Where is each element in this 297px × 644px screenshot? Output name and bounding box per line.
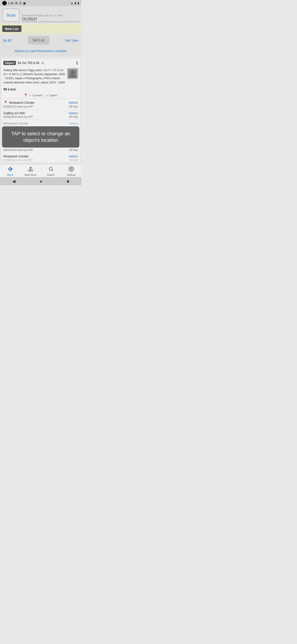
loc-item-row2: 04/09/2024 done by APP Off-Site [3, 105, 78, 108]
action-row: By BT Set Loc Set Type [0, 34, 81, 47]
object-header-left: Object 84.XA.765.8.94 ⊗ [3, 61, 44, 65]
svg-point-9 [49, 167, 52, 170]
select-link[interactable]: Select [69, 100, 78, 104]
loc-date: 04/09/2024 done by APP [3, 116, 33, 118]
settings-icon [69, 166, 74, 173]
loc-site: Off-Site [69, 148, 78, 152]
new-loc-bar: New Loc [0, 24, 81, 34]
status-time: 1:34 [8, 2, 14, 5]
location-name: Research Center [9, 100, 34, 104]
bottom-nav: Move Multi Move Search [0, 164, 81, 177]
object-description: Selling Silk-worms' Egg-cards | 12.7 × 1… [3, 68, 65, 84]
info-icon[interactable]: ℹ [76, 60, 78, 66]
google-status-icon: G [19, 1, 22, 5]
nav-item-multi-move[interactable]: Multi Move [20, 164, 41, 177]
svg-line-10 [52, 170, 53, 171]
loc-item-row1: 📍 Research Center Select [3, 100, 78, 105]
loc-name-wrap: Research Center [3, 122, 29, 125]
return-link-wrap: Return to Last Permanent Location [0, 47, 81, 57]
location-list: 📍 Research Center Select 04/09/2024 done… [1, 98, 80, 163]
tooltip-overlay: TAP to select or change an object's loca… [2, 126, 79, 148]
list-item: 📍 Research Center Select 04/09/2024 done… [1, 98, 80, 109]
set-loc-button[interactable]: Set Loc [28, 36, 50, 44]
list-item: Research Center Select 04/09/2024 done b… [1, 152, 80, 163]
svg-point-11 [71, 168, 72, 170]
scan-input-wrap: barcode/id of object, box, loc, or staff [22, 14, 79, 22]
battery-icon: ▮ [77, 2, 79, 5]
current-pin-icon: 📍 [3, 100, 8, 105]
signal-icon: ▮ [75, 2, 76, 5]
loc-name-wrap: Research Center [3, 154, 29, 158]
loc-date: 04/09/2024 done by APP [3, 148, 33, 152]
tooltip-text: TAP to select or change an object's loca… [11, 131, 70, 143]
pin-icon: 📍 [23, 93, 28, 98]
object-header: Object 84.XA.765.8.94 ⊗ ℹ [1, 58, 80, 67]
system-nav: ◀ ● ■ [0, 177, 81, 185]
loc-item-row1: Research Center Select [3, 122, 78, 125]
loc-item-row2: 04/09/2024 done by APP Off-Site [3, 116, 78, 118]
legend-row: 📍 = "current", ↓ = "perm" [1, 92, 80, 98]
nav-label-search: Search [47, 174, 55, 176]
back-button[interactable]: ◀ [12, 179, 15, 184]
set-type-link[interactable]: Set Type [65, 38, 78, 42]
legend-text: = "current", ↓ = "perm" [29, 94, 58, 97]
object-desc-row: Selling Silk-worms' Egg-cards | 12.7 × 1… [1, 67, 80, 86]
nav-item-settings[interactable]: Settings [61, 164, 81, 177]
loc-item-row1: Research Center Select [3, 154, 78, 158]
settings-status-icon: ⚙ [15, 1, 18, 5]
nav-item-search[interactable]: Search [41, 164, 61, 177]
scan-button[interactable]: Scan [2, 8, 20, 22]
move-icon [7, 166, 13, 173]
loc-name-wrap: 📍 Research Center [3, 100, 34, 105]
new-loc-button[interactable]: New Loc [2, 26, 21, 32]
wifi-icon: ▲ [71, 2, 73, 5]
list-item-partial: 04/09/2024 done by APP Off-Site [1, 148, 80, 152]
nav-label-multi-move: Multi Move [24, 174, 36, 176]
loc-date: 04/09/2024 done by APP [3, 158, 33, 162]
location-name: Gallery.15.NW [3, 111, 25, 115]
loc-date: 04/09/2024 done by APP [3, 105, 33, 108]
select-link[interactable]: Select [69, 111, 78, 115]
select-link[interactable]: Select [69, 154, 78, 158]
object-card: Object 84.XA.765.8.94 ⊗ ℹ Selling Silk-w… [1, 58, 80, 163]
tooltip-box: TAP to select or change an object's loca… [2, 126, 79, 148]
multi-move-icon [28, 166, 33, 173]
notification-icon: ▣ [23, 1, 26, 5]
scan-input[interactable] [22, 17, 79, 22]
close-icon[interactable]: ⊗ [41, 61, 44, 65]
object-badge: Object [3, 61, 16, 65]
object-thumbnail [67, 68, 78, 79]
select-link[interactable]: Select [69, 122, 78, 125]
by-bt-link[interactable]: By BT [3, 38, 12, 42]
loc-item-row2: 04/09/2024 done by APP Off-Site [3, 158, 78, 162]
search-icon [48, 166, 54, 173]
return-to-last-permanent-location-link[interactable]: Return to Last Permanent Location [15, 49, 67, 53]
status-right-icons: ▲ ▮ ▮ [71, 2, 79, 5]
recent-button[interactable]: ■ [67, 179, 69, 184]
status-bar: 1:34 ⚙ G ▣ ▲ ▮ ▮ [0, 0, 81, 6]
nav-item-move[interactable]: Move [0, 164, 20, 177]
scan-row: Scan barcode/id of object, box, loc, or … [2, 8, 79, 22]
nav-label-move: Move [7, 174, 13, 176]
nav-label-settings: Settings [67, 174, 76, 176]
scan-input-label: barcode/id of object, box, loc, or staff [22, 14, 79, 17]
location-name: Research Center [3, 122, 29, 125]
loc-site: Off-Site [69, 116, 78, 118]
list-item: Gallery.15.NW Select 04/09/2024 done by … [1, 109, 80, 120]
loc-site: Off-Site [69, 105, 78, 108]
svg-point-2 [71, 71, 74, 74]
loc-count: 50 Locs [1, 86, 80, 92]
location-name: Research Center [3, 154, 29, 158]
home-button[interactable]: ● [40, 179, 42, 184]
status-circle [2, 1, 7, 5]
loc-name-wrap: Gallery.15.NW [3, 111, 25, 115]
loc-site: Off-Site [69, 158, 78, 162]
scan-area: Scan barcode/id of object, box, loc, or … [0, 6, 81, 24]
loc-item-row1: Gallery.15.NW Select [3, 111, 78, 115]
object-id: 84.XA.765.8.94 [18, 61, 39, 64]
list-item: Research Center Select [1, 120, 80, 126]
